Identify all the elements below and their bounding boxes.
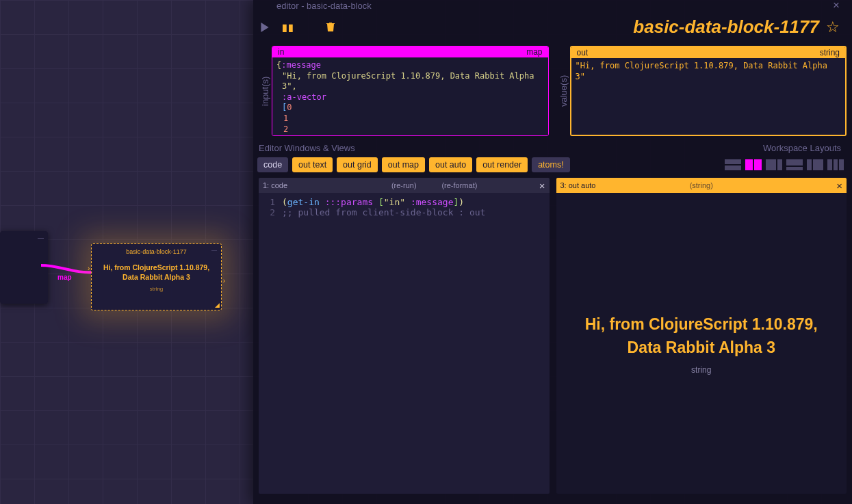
pause-icon[interactable]: ▮▮ <box>282 21 294 34</box>
line-number: 2 <box>259 207 282 217</box>
layout-triple-icon[interactable] <box>827 159 844 170</box>
values-label: value(s) <box>557 46 570 136</box>
view-code-button[interactable]: code <box>257 157 288 172</box>
auto-pane-title: 3: out auto <box>560 181 596 189</box>
auto-pane-type: (string) <box>690 181 713 189</box>
output-box[interactable]: out string "Hi, from ClojureScript 1.10.… <box>570 46 847 136</box>
node-preview-text: Hi, from ClojureScript 1.10.879, Data Ra… <box>96 263 217 282</box>
rerun-button[interactable]: (re-run) <box>391 181 417 189</box>
code-pane-title: 1: code <box>263 181 287 189</box>
reformat-button[interactable]: (re-format) <box>441 181 477 189</box>
code-pane-header: 1: code (re-run) (re-format) × <box>259 178 550 193</box>
minimize-icon[interactable]: — <box>38 235 44 241</box>
layouts-section-label: Workspace Layouts <box>763 143 841 153</box>
view-out-map-button[interactable]: out map <box>382 157 425 172</box>
node-title: basic-data-block-1177 <box>96 248 217 255</box>
layout-top-big-icon[interactable] <box>786 159 803 170</box>
panel-header-title: editor - basic-data-block <box>276 1 372 11</box>
code-editor[interactable]: 1 (get-in :::params ["in" :message]) 2 ;… <box>259 193 550 494</box>
output-type: string <box>820 48 840 57</box>
view-out-render-button[interactable]: out render <box>476 157 528 172</box>
input-box[interactable]: in map {:message "Hi, from ClojureScript… <box>272 46 549 136</box>
code-pane: 1: code (re-run) (re-format) × 1 (get-in… <box>259 178 550 494</box>
trash-icon[interactable] <box>324 21 337 34</box>
editor-panel: editor - basic-data-block × ▮▮ basic-dat… <box>253 0 852 504</box>
canvas-selected-node[interactable]: — basic-data-block-1177 Hi, from Clojure… <box>91 243 222 310</box>
input-body: {:message "Hi, from ClojureScript 1.10.8… <box>272 57 548 135</box>
close-pane-icon[interactable]: × <box>836 180 842 191</box>
view-out-auto-button[interactable]: out auto <box>429 157 472 172</box>
output-body: "Hi, from ClojureScript 1.10.879, Data R… <box>571 58 846 135</box>
inputs-label: input(s) <box>259 46 272 136</box>
auto-output-message: Hi, from ClojureScript 1.10.879, Data Ra… <box>570 313 834 360</box>
layout-split-v-icon[interactable] <box>745 159 762 170</box>
edge-type-label: map <box>57 274 72 281</box>
play-icon[interactable] <box>259 21 271 34</box>
close-panel-icon[interactable]: × <box>833 0 840 12</box>
close-pane-icon[interactable]: × <box>539 180 545 191</box>
views-section-label: Editor Windows & Views <box>259 143 355 153</box>
input-port-icon[interactable]: › <box>88 265 90 272</box>
output-port-icon[interactable]: › <box>223 277 225 284</box>
input-type: map <box>526 47 542 57</box>
block-title: basic-data-block-1177 <box>337 16 826 38</box>
minimize-icon[interactable]: — <box>211 247 217 253</box>
layout-left-big-icon[interactable] <box>766 159 782 170</box>
output-name: out <box>577 48 589 57</box>
node-type-label: string <box>96 286 217 292</box>
layout-right-big-icon[interactable] <box>807 159 823 170</box>
auto-pane-header: 3: out auto (string) × <box>556 178 847 193</box>
input-name: in <box>278 47 284 57</box>
resize-handle-icon[interactable]: ◢ <box>215 302 220 308</box>
line-number: 1 <box>259 197 282 207</box>
view-out-text-button[interactable]: out text <box>292 157 333 172</box>
auto-output-body: Hi, from ClojureScript 1.10.879, Data Ra… <box>556 193 847 494</box>
view-out-grid-button[interactable]: out grid <box>337 157 378 172</box>
view-atoms-button[interactable]: atoms! <box>532 157 570 172</box>
auto-output-type: string <box>691 365 711 375</box>
auto-pane: 3: out auto (string) × Hi, from ClojureS… <box>556 178 847 494</box>
star-icon[interactable]: ☆ <box>826 18 840 36</box>
layout-stacked-icon[interactable] <box>725 159 741 170</box>
